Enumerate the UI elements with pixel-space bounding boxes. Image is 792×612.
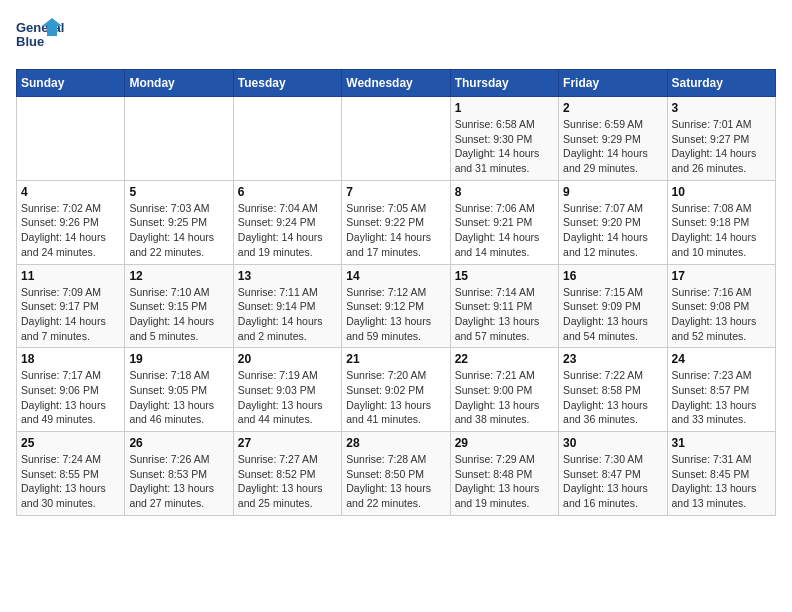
day-info: Sunrise: 7:19 AM Sunset: 9:03 PM Dayligh… — [238, 368, 337, 427]
day-cell: 5Sunrise: 7:03 AM Sunset: 9:25 PM Daylig… — [125, 180, 233, 264]
day-cell: 31Sunrise: 7:31 AM Sunset: 8:45 PM Dayli… — [667, 432, 775, 516]
day-cell: 15Sunrise: 7:14 AM Sunset: 9:11 PM Dayli… — [450, 264, 558, 348]
day-info: Sunrise: 7:22 AM Sunset: 8:58 PM Dayligh… — [563, 368, 662, 427]
day-info: Sunrise: 7:29 AM Sunset: 8:48 PM Dayligh… — [455, 452, 554, 511]
day-cell — [233, 97, 341, 181]
day-number: 28 — [346, 436, 445, 450]
day-number: 20 — [238, 352, 337, 366]
day-cell: 17Sunrise: 7:16 AM Sunset: 9:08 PM Dayli… — [667, 264, 775, 348]
day-number: 29 — [455, 436, 554, 450]
day-info: Sunrise: 7:01 AM Sunset: 9:27 PM Dayligh… — [672, 117, 771, 176]
day-number: 23 — [563, 352, 662, 366]
day-number: 21 — [346, 352, 445, 366]
day-number: 22 — [455, 352, 554, 366]
day-cell: 21Sunrise: 7:20 AM Sunset: 9:02 PM Dayli… — [342, 348, 450, 432]
day-cell: 19Sunrise: 7:18 AM Sunset: 9:05 PM Dayli… — [125, 348, 233, 432]
day-cell — [17, 97, 125, 181]
day-cell: 12Sunrise: 7:10 AM Sunset: 9:15 PM Dayli… — [125, 264, 233, 348]
day-number: 24 — [672, 352, 771, 366]
day-info: Sunrise: 6:59 AM Sunset: 9:29 PM Dayligh… — [563, 117, 662, 176]
day-cell: 7Sunrise: 7:05 AM Sunset: 9:22 PM Daylig… — [342, 180, 450, 264]
day-cell: 8Sunrise: 7:06 AM Sunset: 9:21 PM Daylig… — [450, 180, 558, 264]
day-info: Sunrise: 7:09 AM Sunset: 9:17 PM Dayligh… — [21, 285, 120, 344]
day-info: Sunrise: 6:58 AM Sunset: 9:30 PM Dayligh… — [455, 117, 554, 176]
day-info: Sunrise: 7:14 AM Sunset: 9:11 PM Dayligh… — [455, 285, 554, 344]
day-info: Sunrise: 7:03 AM Sunset: 9:25 PM Dayligh… — [129, 201, 228, 260]
header: General Blue — [16, 16, 776, 61]
day-cell: 28Sunrise: 7:28 AM Sunset: 8:50 PM Dayli… — [342, 432, 450, 516]
day-number: 10 — [672, 185, 771, 199]
day-cell: 26Sunrise: 7:26 AM Sunset: 8:53 PM Dayli… — [125, 432, 233, 516]
weekday-header-thursday: Thursday — [450, 70, 558, 97]
day-info: Sunrise: 7:17 AM Sunset: 9:06 PM Dayligh… — [21, 368, 120, 427]
day-cell: 6Sunrise: 7:04 AM Sunset: 9:24 PM Daylig… — [233, 180, 341, 264]
day-number: 6 — [238, 185, 337, 199]
day-cell — [342, 97, 450, 181]
weekday-header-friday: Friday — [559, 70, 667, 97]
svg-text:Blue: Blue — [16, 34, 44, 49]
day-number: 11 — [21, 269, 120, 283]
day-cell: 2Sunrise: 6:59 AM Sunset: 9:29 PM Daylig… — [559, 97, 667, 181]
day-cell: 18Sunrise: 7:17 AM Sunset: 9:06 PM Dayli… — [17, 348, 125, 432]
day-number: 27 — [238, 436, 337, 450]
day-info: Sunrise: 7:24 AM Sunset: 8:55 PM Dayligh… — [21, 452, 120, 511]
day-number: 5 — [129, 185, 228, 199]
day-cell: 20Sunrise: 7:19 AM Sunset: 9:03 PM Dayli… — [233, 348, 341, 432]
day-info: Sunrise: 7:07 AM Sunset: 9:20 PM Dayligh… — [563, 201, 662, 260]
week-row-4: 18Sunrise: 7:17 AM Sunset: 9:06 PM Dayli… — [17, 348, 776, 432]
day-info: Sunrise: 7:16 AM Sunset: 9:08 PM Dayligh… — [672, 285, 771, 344]
day-number: 30 — [563, 436, 662, 450]
day-number: 2 — [563, 101, 662, 115]
day-number: 12 — [129, 269, 228, 283]
day-number: 14 — [346, 269, 445, 283]
day-number: 4 — [21, 185, 120, 199]
weekday-header-tuesday: Tuesday — [233, 70, 341, 97]
day-info: Sunrise: 7:12 AM Sunset: 9:12 PM Dayligh… — [346, 285, 445, 344]
day-info: Sunrise: 7:05 AM Sunset: 9:22 PM Dayligh… — [346, 201, 445, 260]
day-cell: 1Sunrise: 6:58 AM Sunset: 9:30 PM Daylig… — [450, 97, 558, 181]
week-row-3: 11Sunrise: 7:09 AM Sunset: 9:17 PM Dayli… — [17, 264, 776, 348]
day-info: Sunrise: 7:18 AM Sunset: 9:05 PM Dayligh… — [129, 368, 228, 427]
day-number: 3 — [672, 101, 771, 115]
day-info: Sunrise: 7:26 AM Sunset: 8:53 PM Dayligh… — [129, 452, 228, 511]
day-cell: 16Sunrise: 7:15 AM Sunset: 9:09 PM Dayli… — [559, 264, 667, 348]
day-info: Sunrise: 7:21 AM Sunset: 9:00 PM Dayligh… — [455, 368, 554, 427]
day-info: Sunrise: 7:30 AM Sunset: 8:47 PM Dayligh… — [563, 452, 662, 511]
day-info: Sunrise: 7:15 AM Sunset: 9:09 PM Dayligh… — [563, 285, 662, 344]
weekday-header-monday: Monday — [125, 70, 233, 97]
day-number: 25 — [21, 436, 120, 450]
day-number: 17 — [672, 269, 771, 283]
day-cell: 14Sunrise: 7:12 AM Sunset: 9:12 PM Dayli… — [342, 264, 450, 348]
day-number: 18 — [21, 352, 120, 366]
day-info: Sunrise: 7:08 AM Sunset: 9:18 PM Dayligh… — [672, 201, 771, 260]
week-row-2: 4Sunrise: 7:02 AM Sunset: 9:26 PM Daylig… — [17, 180, 776, 264]
day-info: Sunrise: 7:10 AM Sunset: 9:15 PM Dayligh… — [129, 285, 228, 344]
day-info: Sunrise: 7:06 AM Sunset: 9:21 PM Dayligh… — [455, 201, 554, 260]
weekday-header-wednesday: Wednesday — [342, 70, 450, 97]
day-info: Sunrise: 7:23 AM Sunset: 8:57 PM Dayligh… — [672, 368, 771, 427]
calendar: SundayMondayTuesdayWednesdayThursdayFrid… — [16, 69, 776, 516]
day-cell: 13Sunrise: 7:11 AM Sunset: 9:14 PM Dayli… — [233, 264, 341, 348]
weekday-header-sunday: Sunday — [17, 70, 125, 97]
day-info: Sunrise: 7:11 AM Sunset: 9:14 PM Dayligh… — [238, 285, 337, 344]
day-number: 8 — [455, 185, 554, 199]
day-info: Sunrise: 7:31 AM Sunset: 8:45 PM Dayligh… — [672, 452, 771, 511]
day-info: Sunrise: 7:27 AM Sunset: 8:52 PM Dayligh… — [238, 452, 337, 511]
day-info: Sunrise: 7:28 AM Sunset: 8:50 PM Dayligh… — [346, 452, 445, 511]
day-cell: 25Sunrise: 7:24 AM Sunset: 8:55 PM Dayli… — [17, 432, 125, 516]
day-cell: 10Sunrise: 7:08 AM Sunset: 9:18 PM Dayli… — [667, 180, 775, 264]
week-row-5: 25Sunrise: 7:24 AM Sunset: 8:55 PM Dayli… — [17, 432, 776, 516]
day-number: 1 — [455, 101, 554, 115]
day-cell: 11Sunrise: 7:09 AM Sunset: 9:17 PM Dayli… — [17, 264, 125, 348]
day-number: 13 — [238, 269, 337, 283]
day-cell: 23Sunrise: 7:22 AM Sunset: 8:58 PM Dayli… — [559, 348, 667, 432]
logo-svg: General Blue — [16, 16, 66, 61]
day-cell: 9Sunrise: 7:07 AM Sunset: 9:20 PM Daylig… — [559, 180, 667, 264]
day-cell: 29Sunrise: 7:29 AM Sunset: 8:48 PM Dayli… — [450, 432, 558, 516]
day-number: 31 — [672, 436, 771, 450]
day-number: 7 — [346, 185, 445, 199]
weekday-header-row: SundayMondayTuesdayWednesdayThursdayFrid… — [17, 70, 776, 97]
day-cell: 24Sunrise: 7:23 AM Sunset: 8:57 PM Dayli… — [667, 348, 775, 432]
day-number: 15 — [455, 269, 554, 283]
day-number: 19 — [129, 352, 228, 366]
